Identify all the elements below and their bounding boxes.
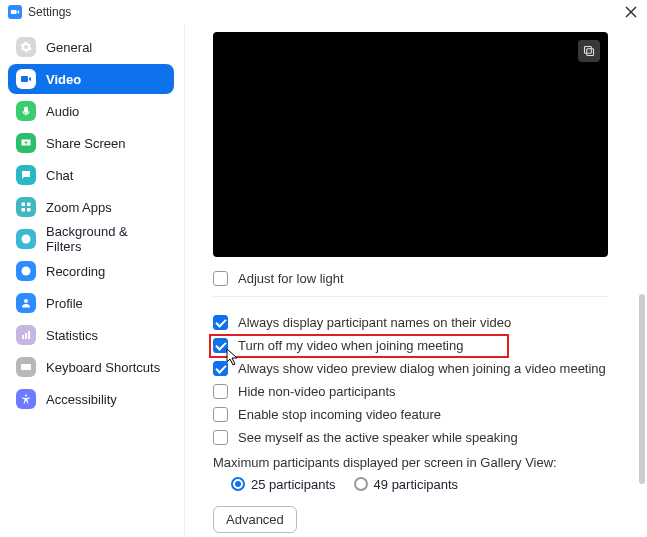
keyboard-icon (16, 357, 36, 377)
gallery-radio-group: 25 participants49 participants (231, 476, 627, 492)
apps-icon (16, 197, 36, 217)
sidebar-item-label: Chat (46, 168, 73, 183)
sidebar-item-chat[interactable]: Chat (8, 160, 174, 190)
sidebar-item-video[interactable]: Video (8, 64, 174, 94)
checkbox-label: See myself as the active speaker while s… (238, 430, 518, 445)
svg-point-19 (25, 395, 27, 397)
video-icon (16, 69, 36, 89)
stats-icon (16, 325, 36, 345)
checkbox-label: Enable stop incoming video feature (238, 407, 441, 422)
adjust-low-light-row[interactable]: Adjust for low light (213, 271, 627, 286)
video-option-row[interactable]: Always show video preview dialog when jo… (213, 361, 627, 376)
video-option-row[interactable]: See myself as the active speaker while s… (213, 430, 627, 445)
checkbox-label: Hide non-video participants (238, 384, 396, 399)
checkbox[interactable] (213, 430, 228, 445)
video-option-row[interactable]: Hide non-video participants (213, 384, 627, 399)
sidebar-item-stats[interactable]: Statistics (8, 320, 174, 350)
radio[interactable] (231, 477, 245, 491)
radio[interactable] (354, 477, 368, 491)
svg-rect-20 (585, 47, 592, 54)
gallery-radio-option[interactable]: 49 participants (354, 477, 459, 492)
sidebar-item-label: Keyboard Shortcuts (46, 360, 160, 375)
svg-point-4 (22, 235, 31, 244)
video-preview (213, 32, 608, 257)
scroll-thumb[interactable] (639, 294, 645, 484)
sidebar-item-label: General (46, 40, 92, 55)
checkbox-label: Turn off my video when joining meeting (238, 338, 463, 353)
sidebar-item-keyboard[interactable]: Keyboard Shortcuts (8, 352, 174, 382)
sidebar-item-label: Statistics (46, 328, 98, 343)
settings-content: Adjust for low light Always display part… (185, 24, 647, 537)
svg-rect-16 (27, 366, 28, 367)
svg-rect-12 (28, 331, 30, 339)
gear-icon (16, 37, 36, 57)
gallery-radio-option[interactable]: 25 participants (231, 477, 336, 492)
checkbox[interactable] (213, 384, 228, 399)
share-icon (16, 133, 36, 153)
scrollbar[interactable] (639, 84, 645, 504)
sidebar-item-apps[interactable]: Zoom Apps (8, 192, 174, 222)
sidebar-item-label: Accessibility (46, 392, 117, 407)
close-icon[interactable] (623, 4, 639, 20)
sidebar-item-label: Audio (46, 104, 79, 119)
checkbox-label: Always display participant names on thei… (238, 315, 511, 330)
sidebar-item-gear[interactable]: General (8, 32, 174, 62)
svg-rect-0 (22, 203, 26, 207)
svg-rect-1 (27, 203, 31, 207)
sidebar-item-label: Profile (46, 296, 83, 311)
video-option-row[interactable]: Enable stop incoming video feature (213, 407, 627, 422)
divider (213, 296, 608, 297)
checkbox[interactable] (213, 271, 228, 286)
sidebar-item-recording[interactable]: Recording (8, 256, 174, 286)
sidebar-item-label: Zoom Apps (46, 200, 112, 215)
svg-rect-21 (587, 49, 594, 56)
video-option-row[interactable]: Always display participant names on thei… (213, 315, 627, 330)
svg-rect-10 (22, 335, 24, 339)
app-icon (8, 5, 22, 19)
profile-icon (16, 293, 36, 313)
checkbox[interactable] (213, 361, 228, 376)
audio-icon (16, 101, 36, 121)
titlebar: Settings (0, 0, 647, 24)
sidebar-item-label: Video (46, 72, 81, 87)
chat-icon (16, 165, 36, 185)
sidebar-item-accessibility[interactable]: Accessibility (8, 384, 174, 414)
svg-rect-11 (25, 333, 27, 339)
sidebar-item-label: Background & Filters (46, 224, 166, 254)
radio-label: 49 participants (374, 477, 459, 492)
settings-sidebar: GeneralVideoAudioShare ScreenChatZoom Ap… (0, 24, 185, 537)
accessibility-icon (16, 389, 36, 409)
checkbox[interactable] (213, 407, 228, 422)
sidebar-item-label: Recording (46, 264, 105, 279)
svg-rect-3 (27, 208, 31, 212)
svg-point-6 (27, 237, 29, 239)
window-title: Settings (28, 5, 71, 19)
svg-rect-15 (25, 366, 26, 367)
recording-icon (16, 261, 36, 281)
svg-point-8 (24, 269, 28, 273)
checkbox-label: Adjust for low light (238, 271, 344, 286)
sidebar-item-audio[interactable]: Audio (8, 96, 174, 126)
svg-rect-17 (29, 366, 30, 367)
svg-rect-2 (22, 208, 26, 212)
checkbox[interactable] (213, 315, 228, 330)
svg-rect-13 (21, 364, 31, 370)
max-participants-label: Maximum participants displayed per scree… (213, 455, 627, 470)
checkbox[interactable] (213, 338, 228, 353)
sidebar-item-filters[interactable]: Background & Filters (8, 224, 174, 254)
svg-point-5 (24, 237, 26, 239)
filters-icon (16, 229, 36, 249)
video-option-row[interactable]: Turn off my video when joining meeting (213, 338, 627, 353)
sidebar-item-label: Share Screen (46, 136, 126, 151)
sidebar-item-share[interactable]: Share Screen (8, 128, 174, 158)
svg-rect-14 (23, 366, 24, 367)
svg-point-9 (24, 299, 28, 303)
radio-label: 25 participants (251, 477, 336, 492)
advanced-button[interactable]: Advanced (213, 506, 297, 533)
svg-rect-18 (24, 368, 29, 369)
checkbox-label: Always show video preview dialog when jo… (238, 361, 606, 376)
sidebar-item-profile[interactable]: Profile (8, 288, 174, 318)
preview-expand-button[interactable] (578, 40, 600, 62)
